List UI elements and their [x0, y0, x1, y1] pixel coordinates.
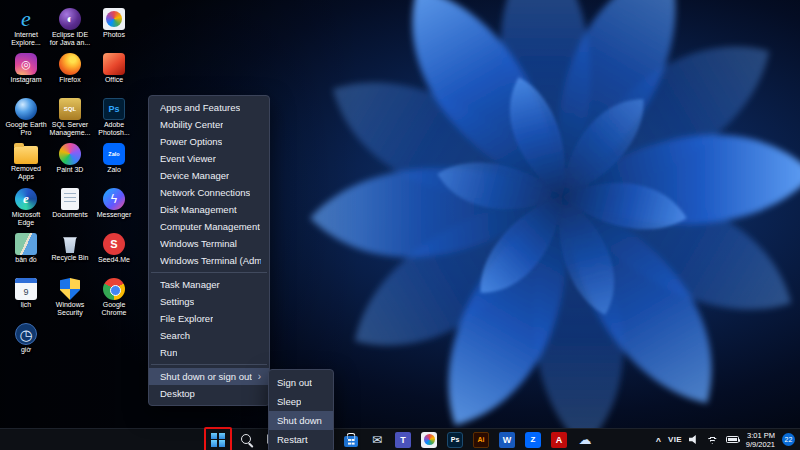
system-tray: ^ VIE 3:01 PM 9/9/2021 22 [656, 429, 795, 450]
wifi-glyph [706, 435, 719, 444]
menu-item-run[interactable]: Run [149, 344, 269, 361]
menu-item-apps-and-features[interactable]: Apps and Features [149, 99, 269, 116]
desktop-shortcut-sql-server-manageme[interactable]: SQLSQL Server Manageme... [48, 98, 92, 143]
windows-security-icon [60, 278, 80, 300]
desktop-shortcut-label: Messenger [97, 211, 132, 219]
zalo-taskbar-button[interactable]: Z [522, 430, 544, 450]
menu-item-event-viewer[interactable]: Event Viewer [149, 150, 269, 167]
mail-taskbar-button[interactable]: ✉ [366, 430, 388, 450]
desktop-shortcut-google-chrome[interactable]: Google Chrome [92, 278, 136, 323]
battery-glyph [726, 436, 739, 443]
desktop-shortcut-microsoft-edge[interactable]: eMicrosoft Edge [4, 188, 48, 233]
desktop-shortcut-paint-3d[interactable]: Paint 3D [48, 143, 92, 188]
desktop-shortcut-label: bản đồ [15, 256, 36, 264]
desktop: eInternet Explore...◎InstagramGoogle Ear… [0, 0, 800, 450]
windows-logo-icon [211, 433, 225, 447]
desktop-shortcut-b-n[interactable]: bản đồ [4, 233, 48, 278]
zalo-icon: Zalo [103, 143, 125, 165]
menu-item-label: Network Connections [160, 186, 250, 199]
menu-item-mobility-center[interactable]: Mobility Center [149, 116, 269, 133]
acrobat-taskbar-button[interactable]: A [548, 430, 570, 450]
desktop-shortcut-removed-apps[interactable]: Removed Apps [4, 143, 48, 188]
clock-icon: ◷ [15, 323, 37, 345]
menu-item-task-manager[interactable]: Task Manager [149, 276, 269, 293]
photoshop-taskbar-button[interactable]: Ps [444, 430, 466, 450]
tray-date: 9/9/2021 [746, 440, 775, 449]
menu-item-computer-management[interactable]: Computer Management [149, 218, 269, 235]
desktop-shortcut-zalo[interactable]: ZaloZalo [92, 143, 136, 188]
menu-item-label: Run [160, 346, 177, 359]
menu-item-network-connections[interactable]: Network Connections [149, 184, 269, 201]
submenu-item-restart[interactable]: Restart [269, 430, 333, 449]
desktop-shortcut-l-ch[interactable]: 9lịch [4, 278, 48, 323]
menu-item-windows-terminal[interactable]: Windows Terminal [149, 235, 269, 252]
desktop-shortcut-messenger[interactable]: ϟMessenger [92, 188, 136, 233]
menu-item-file-explorer[interactable]: File Explorer [149, 310, 269, 327]
desktop-shortcut-instagram[interactable]: ◎Instagram [4, 53, 48, 98]
desktop-shortcut-label: Recycle Bin [52, 254, 89, 262]
messenger-icon: ϟ [103, 188, 125, 210]
desktop-shortcut-adobe-photosh[interactable]: PsAdobe Photosh... [92, 98, 136, 143]
desktop-shortcut-seed4-me[interactable]: SSeed4.Me [92, 233, 136, 278]
tray-time: 3:01 PM [746, 431, 775, 440]
menu-item-label: Shut down or sign out [160, 370, 252, 383]
onedrive-taskbar-button[interactable]: ☁ [574, 430, 596, 450]
desktop-shortcut-recycle-bin[interactable]: Recycle Bin [48, 233, 92, 278]
menu-item-label: Computer Management [160, 220, 260, 233]
menu-item-device-manager[interactable]: Device Manager [149, 167, 269, 184]
taskbar-center: e✉TPsAiWZA☁ [204, 429, 596, 450]
submenu-item-label: Restart [277, 433, 308, 446]
menu-item-desktop[interactable]: Desktop [149, 385, 269, 402]
microsoft-store-icon [344, 436, 358, 447]
teams-taskbar-button[interactable]: T [392, 430, 414, 450]
photos-taskbar-button[interactable] [418, 430, 440, 450]
microsoft-edge-icon: e [15, 188, 37, 210]
desktop-shortcut-google-earth-pro[interactable]: Google Earth Pro [4, 98, 48, 143]
desktop-shortcut-label: Office [105, 76, 123, 84]
network-icon[interactable] [706, 435, 719, 444]
volume-icon[interactable] [689, 435, 699, 445]
illustrator-icon: Ai [473, 432, 489, 448]
search-taskbar-button[interactable] [236, 430, 258, 450]
desktop-shortcut-firefox[interactable]: Firefox [48, 53, 92, 98]
photos-icon [103, 8, 125, 30]
microsoft-store-taskbar-button[interactable] [340, 430, 362, 450]
desktop-shortcut-label: Eclipse IDE for Java an... [48, 31, 92, 47]
menu-item-shut-down-or-sign-out[interactable]: Shut down or sign out› [149, 368, 269, 385]
menu-item-windows-terminal-admin[interactable]: Windows Terminal (Admin) [149, 252, 269, 269]
battery-icon[interactable] [726, 436, 739, 443]
desktop-shortcut-office[interactable]: Office [92, 53, 136, 98]
desktop-shortcut-label: SQL Server Manageme... [48, 121, 92, 137]
desktop-shortcut-windows-security[interactable]: Windows Security [48, 278, 92, 323]
menu-item-disk-management[interactable]: Disk Management [149, 201, 269, 218]
instagram-icon: ◎ [15, 53, 37, 75]
menu-item-label: Apps and Features [160, 101, 240, 114]
desktop-shortcut-documents[interactable]: Documents [48, 188, 92, 233]
menu-item-label: Mobility Center [160, 118, 223, 131]
notification-badge[interactable]: 22 [782, 433, 795, 446]
start-button-annotation [204, 427, 232, 450]
menu-item-label: Settings [160, 295, 194, 308]
sql-server-icon: SQL [59, 98, 81, 120]
desktop-shortcut-gi[interactable]: ◷giờ [4, 323, 48, 368]
submenu-item-sign-out[interactable]: Sign out [269, 373, 333, 392]
eclipse-ide-icon: ◐ [59, 8, 81, 30]
illustrator-taskbar-button[interactable]: Ai [470, 430, 492, 450]
desktop-shortcut-label: Adobe Photosh... [92, 121, 136, 137]
hidden-icons-chevron-icon[interactable]: ^ [656, 436, 661, 446]
desktop-shortcut-photos[interactable]: Photos [92, 8, 136, 53]
menu-item-settings[interactable]: Settings [149, 293, 269, 310]
start-button[interactable] [207, 430, 229, 450]
language-indicator[interactable]: VIE [668, 435, 682, 444]
menu-item-search[interactable]: Search [149, 327, 269, 344]
menu-item-power-options[interactable]: Power Options [149, 133, 269, 150]
submenu-item-label: Sign out [277, 376, 312, 389]
context-menu: Apps and FeaturesMobility CenterPower Op… [148, 95, 270, 406]
word-taskbar-button[interactable]: W [496, 430, 518, 450]
submenu-item-shut-down[interactable]: Shut down [269, 411, 333, 430]
desktop-shortcut-internet-explore[interactable]: eInternet Explore... [4, 8, 48, 53]
mail-icon: ✉ [369, 432, 385, 448]
taskbar-clock[interactable]: 3:01 PM 9/9/2021 [746, 431, 775, 449]
desktop-shortcut-eclipse-ide-for-java-an[interactable]: ◐Eclipse IDE for Java an... [48, 8, 92, 53]
submenu-item-sleep[interactable]: Sleep [269, 392, 333, 411]
